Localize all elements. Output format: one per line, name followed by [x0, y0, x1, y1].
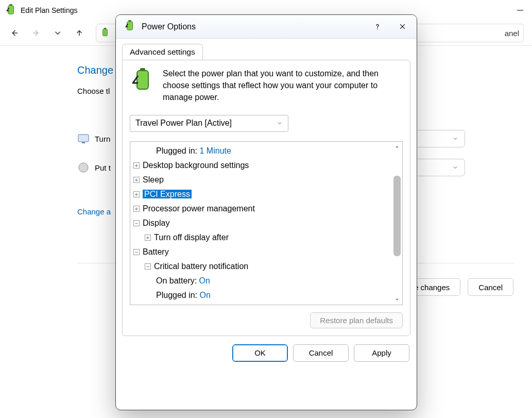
scroll-up-icon[interactable]	[394, 142, 400, 152]
svg-point-12	[377, 28, 378, 29]
tree-turn-off-display-after[interactable]: +Turn off display after	[133, 230, 391, 245]
collapse-icon[interactable]: −	[133, 220, 140, 226]
sleep-label: Put t	[95, 163, 111, 172]
up-button[interactable]	[69, 24, 90, 42]
svg-rect-6	[104, 28, 107, 29]
collapse-icon[interactable]: −	[133, 249, 140, 255]
expand-icon[interactable]: +	[133, 206, 140, 212]
apply-button[interactable]: Apply	[354, 344, 409, 362]
svg-rect-5	[103, 29, 108, 36]
tree-plugged-in-value[interactable]: 1 Minute	[200, 146, 231, 155]
collapse-icon[interactable]: −	[145, 263, 151, 270]
monitor-icon	[77, 132, 90, 145]
close-icon[interactable]	[393, 19, 411, 35]
tree-crit-on-battery-value[interactable]: On	[199, 276, 210, 285]
advanced-power-link[interactable]: Change a	[77, 207, 111, 216]
dialog-titlebar: Power Options	[116, 15, 417, 39]
tree-battery[interactable]: −Battery	[133, 245, 391, 259]
expand-icon[interactable]: +	[145, 235, 151, 241]
help-button[interactable]	[368, 19, 387, 35]
address-tail-text: anel	[505, 29, 519, 38]
plan-selected-text: Travel Power Plan [Active]	[135, 119, 232, 128]
tree-plugged-in-minute[interactable]: Plugged in: 1 Minute	[133, 144, 391, 158]
back-button[interactable]	[4, 24, 25, 42]
tree-sleep[interactable]: +Sleep	[133, 173, 391, 187]
power-options-dialog: Power Options Advanced settings Select t…	[115, 14, 417, 410]
tab-advanced-settings[interactable]: Advanced settings	[122, 44, 203, 60]
tree-pci-express[interactable]: +PCI Express	[133, 187, 391, 202]
cancel-button-parent[interactable]: Cancel	[468, 278, 513, 296]
tree-desktop-background[interactable]: +Desktop background settings	[133, 158, 391, 173]
tree-display[interactable]: −Display	[133, 216, 391, 230]
turn-off-display-label: Turn	[95, 135, 110, 143]
tab-panel: Select the power plan that you want to c…	[122, 60, 410, 336]
expand-icon[interactable]: +	[133, 177, 140, 183]
scroll-down-icon[interactable]	[394, 294, 400, 305]
tree-crit-on-battery[interactable]: On battery: On	[133, 274, 391, 288]
svg-rect-0	[8, 5, 14, 14]
svg-rect-1	[9, 4, 12, 6]
recent-menu-button[interactable]	[47, 24, 68, 42]
tree-crit-plugged-in[interactable]: Plugged in: On	[133, 288, 391, 303]
svg-point-9	[79, 163, 88, 172]
tree-crit-plugged-value[interactable]: On	[200, 291, 211, 299]
svg-rect-7	[78, 135, 89, 142]
dialog-title-icon	[124, 20, 135, 33]
cancel-button[interactable]: Cancel	[293, 344, 349, 362]
svg-rect-8	[82, 142, 85, 143]
battery-icon	[5, 4, 16, 17]
svg-rect-14	[140, 68, 145, 71]
ok-button[interactable]: OK	[232, 344, 288, 362]
settings-tree: Plugged in: 1 Minute +Desktop background…	[130, 141, 403, 305]
minimize-icon[interactable]	[508, 3, 532, 18]
moon-icon	[77, 161, 90, 174]
svg-rect-13	[137, 71, 148, 89]
address-icon	[100, 28, 110, 39]
svg-rect-10	[127, 22, 133, 30]
restore-plan-defaults-button[interactable]: Restore plan defaults	[310, 312, 403, 328]
tree-processor[interactable]: +Processor power management	[133, 202, 391, 216]
hero-description: Select the power plan that you want to c…	[163, 68, 403, 104]
expand-icon[interactable]: +	[133, 162, 140, 169]
parent-window-title: Edit Plan Settings	[21, 6, 78, 14]
svg-rect-11	[128, 20, 131, 22]
tree-critical-battery-notification[interactable]: −Critical battery notification	[133, 259, 391, 274]
forward-button[interactable]	[26, 24, 46, 42]
expand-icon[interactable]: +	[133, 191, 140, 197]
plan-select[interactable]: Travel Power Plan [Active]	[130, 115, 288, 132]
hero-battery-icon	[130, 68, 155, 94]
tree-scrollbar[interactable]	[392, 142, 402, 305]
dialog-title: Power Options	[142, 22, 196, 31]
scroll-thumb[interactable]	[393, 176, 401, 256]
